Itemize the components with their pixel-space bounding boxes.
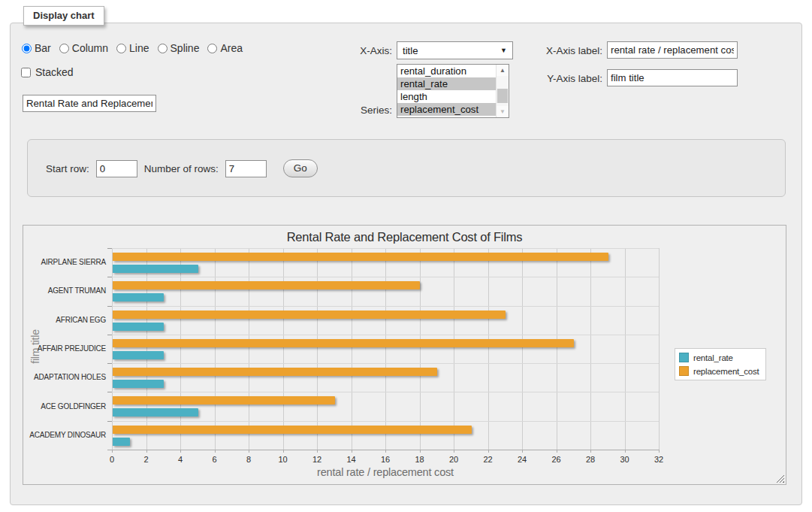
x-tick-label: 20 (442, 455, 465, 464)
chart-type-radio-0[interactable] (22, 44, 32, 53)
gridline-vertical (249, 248, 249, 450)
gridline-vertical (112, 248, 113, 450)
x-tick-label: 16 (374, 455, 397, 464)
row-params-box: Start row: Number of rows: Go (27, 139, 786, 197)
go-button[interactable]: Go (283, 159, 318, 177)
series-option-replacement_cost[interactable]: replacement_cost (397, 103, 496, 116)
x-axis-select[interactable]: title ▼ (397, 41, 513, 59)
legend-label: replacement_cost (693, 367, 759, 376)
series-scrollbar[interactable]: ▲ ▼ (496, 65, 509, 117)
gridline-vertical (488, 248, 489, 450)
bar-replacement_cost (113, 396, 335, 404)
chart-type-radio-2[interactable] (116, 44, 126, 53)
resize-handle-icon[interactable] (776, 474, 784, 483)
x-axis-label-field-label: X-Axis label: (526, 45, 602, 56)
y-axis-label-input[interactable] (607, 69, 738, 86)
chart-type-label: Line (129, 42, 149, 54)
x-axis-select-label: X-Axis: (331, 45, 392, 56)
x-tick-label: 4 (169, 455, 192, 464)
y-tick-mark (107, 335, 112, 335)
gridline-vertical (522, 248, 523, 450)
x-tick-label: 10 (272, 455, 294, 464)
y-tick-mark (107, 248, 112, 249)
x-axis-selected-value: title (403, 45, 418, 56)
gridline-horizontal (112, 392, 659, 392)
scroll-down-icon[interactable]: ▼ (497, 106, 509, 117)
category-label: ACADEMY DINOSAUR (26, 431, 106, 439)
gridline-vertical (557, 248, 557, 450)
x-tick-label: 12 (306, 455, 328, 464)
gridline-vertical (317, 248, 318, 450)
legend-item-replacement_cost[interactable]: replacement_cost (679, 366, 759, 376)
gridline-horizontal (112, 363, 659, 364)
bar-rental_rate (113, 438, 130, 446)
bar-rental_rate (113, 351, 164, 359)
x-tick-label: 30 (614, 455, 636, 464)
chart-type-option-column[interactable]: Column (59, 42, 108, 54)
x-tick-label: 18 (409, 455, 431, 464)
x-tick-label: 8 (237, 455, 260, 464)
gridline-horizontal (112, 335, 659, 335)
gridline-vertical (215, 248, 216, 450)
category-label: AFFAIR PREJUDICE (26, 344, 106, 353)
gridline-vertical (659, 248, 660, 450)
category-label: AGENT TRUMAN (26, 286, 106, 295)
start-row-input[interactable] (96, 160, 137, 177)
gridline-vertical (385, 248, 386, 450)
chart-type-radio-4[interactable] (207, 44, 217, 53)
gridline-vertical (283, 248, 284, 450)
gridline-vertical (352, 248, 352, 450)
x-tick-label: 6 (204, 455, 226, 464)
x-tick-label: 28 (579, 455, 602, 464)
scroll-up-icon[interactable]: ▲ (497, 65, 509, 76)
gridline-vertical (180, 248, 181, 450)
x-tick-label: 0 (101, 455, 123, 464)
chart-type-radio-1[interactable] (59, 44, 69, 53)
series-option-length[interactable]: length (397, 90, 496, 103)
plot-area: 02468101214161820222426283032AIRPLANE SI… (112, 248, 659, 450)
category-label: ACE GOLDFINGER (26, 402, 106, 411)
chart-type-radio-3[interactable] (158, 44, 168, 53)
chart-type-label: Bar (35, 42, 51, 54)
x-tick-label: 22 (477, 455, 500, 464)
bar-replacement_cost (113, 311, 506, 319)
scrollbar-track[interactable] (497, 76, 509, 106)
chart-legend: rental_ratereplacement_cost (675, 348, 766, 380)
chart-type-label: Area (220, 42, 243, 54)
x-axis-label-input[interactable] (607, 41, 738, 59)
category-label: AFRICAN EGG (26, 316, 106, 324)
bar-rental_rate (113, 408, 198, 417)
gridline-vertical (420, 248, 421, 450)
series-multiselect[interactable]: rental_durationrental_ratelengthreplacem… (397, 64, 509, 118)
category-label: ADAPTATION HOLES (26, 373, 106, 381)
chart-title: Rental Rate and Replacement Cost of Film… (23, 230, 786, 244)
legend-label: rental_rate (693, 353, 733, 362)
stacked-label: Stacked (35, 66, 74, 78)
number-of-rows-input[interactable] (225, 160, 267, 177)
gridline-horizontal (112, 421, 659, 422)
x-tick-label: 2 (135, 455, 158, 464)
number-of-rows-label: Number of rows: (144, 163, 219, 174)
legend-item-rental_rate[interactable]: rental_rate (679, 353, 759, 362)
chart-container: Rental Rate and Replacement Cost of Film… (23, 225, 786, 485)
chart-type-option-bar[interactable]: Bar (22, 42, 51, 54)
scrollbar-thumb[interactable] (497, 89, 508, 103)
y-tick-mark (107, 392, 112, 392)
gridline-vertical (146, 248, 147, 450)
y-tick-mark (107, 363, 112, 364)
chart-title-input[interactable] (23, 95, 156, 112)
series-option-rental_rate[interactable]: rental_rate (397, 77, 496, 90)
chart-type-option-line[interactable]: Line (116, 42, 149, 54)
category-label: AIRPLANE SIERRA (26, 258, 106, 266)
stacked-checkbox[interactable] (21, 68, 31, 77)
y-tick-mark (107, 306, 112, 307)
bar-replacement_cost (113, 281, 420, 289)
chart-type-option-area[interactable]: Area (207, 42, 243, 54)
panel-title: Display chart (23, 6, 104, 26)
y-tick-mark (107, 421, 112, 422)
x-axis-title: rental rate / replacement cost (112, 466, 659, 478)
chart-type-option-spline[interactable]: Spline (158, 42, 200, 54)
series-option-rental_duration[interactable]: rental_duration (397, 65, 496, 77)
stacked-checkbox-row[interactable]: Stacked (21, 66, 74, 78)
bar-replacement_cost (113, 368, 437, 376)
